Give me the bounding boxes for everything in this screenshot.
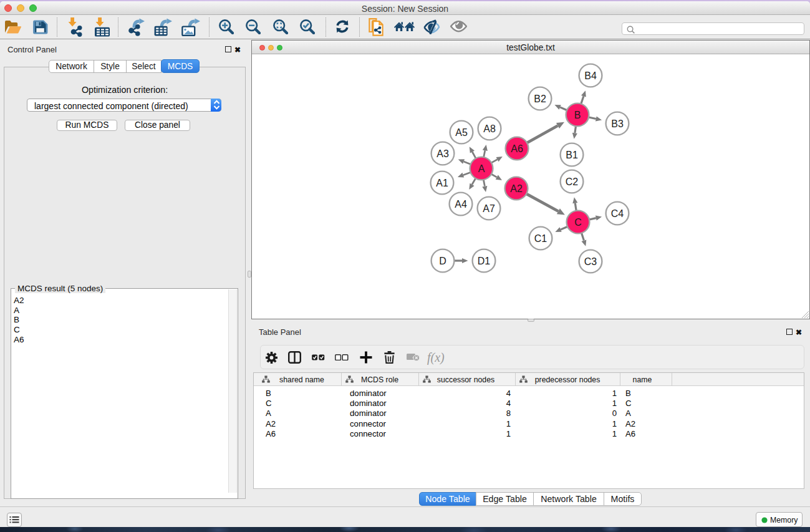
svg-text:C: C: [574, 217, 582, 228]
svg-text:B4: B4: [584, 70, 597, 81]
svg-text:C4: C4: [611, 208, 624, 219]
svg-text:A6: A6: [511, 143, 523, 154]
svg-text:A8: A8: [483, 123, 496, 134]
svg-text:A5: A5: [455, 127, 468, 138]
svg-text:B: B: [574, 110, 581, 120]
svg-text:C3: C3: [584, 256, 597, 267]
svg-text:A7: A7: [483, 203, 495, 214]
svg-text:B2: B2: [534, 94, 546, 104]
svg-text:C2: C2: [566, 177, 579, 187]
svg-text:A2: A2: [510, 183, 523, 194]
svg-text:A3: A3: [436, 148, 449, 159]
svg-text:A4: A4: [455, 199, 467, 210]
svg-text:B1: B1: [566, 150, 578, 160]
svg-text:D1: D1: [478, 256, 491, 266]
svg-text:A: A: [478, 163, 485, 174]
svg-text:A1: A1: [436, 178, 448, 188]
svg-text:C1: C1: [534, 233, 547, 244]
svg-text:B3: B3: [611, 118, 624, 129]
svg-text:D: D: [439, 256, 446, 266]
